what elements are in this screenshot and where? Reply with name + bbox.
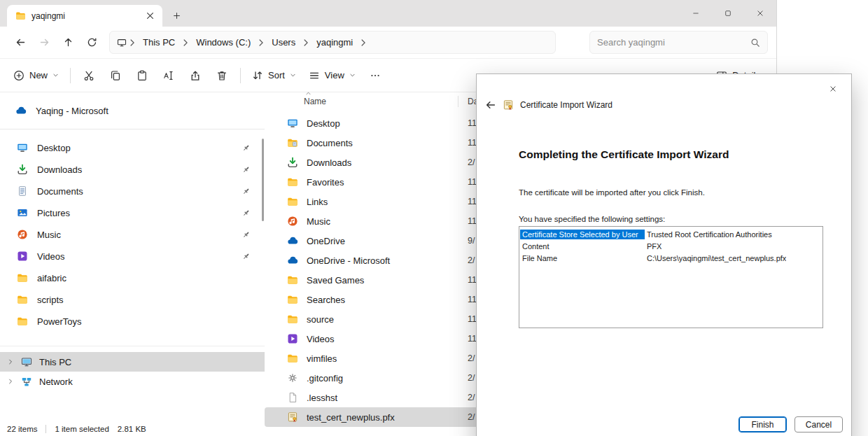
sidebar-scrollbar[interactable] [262,139,264,221]
paste-button[interactable] [129,63,155,88]
sidebar-item-this-pc[interactable]: This PC [0,352,265,372]
search-box[interactable] [589,31,768,54]
forward-button[interactable] [32,31,56,54]
folder-icon [287,196,298,207]
videos-icon [17,251,28,262]
maximize-button[interactable] [712,0,744,27]
folder-icon [287,353,298,364]
pin-icon [241,209,251,218]
sidebar-item-desktop[interactable]: Desktop [0,137,259,158]
this-pc-icon [117,38,127,48]
tab-close-icon[interactable] [143,9,157,23]
sidebar-item-scripts[interactable]: scripts [0,289,259,310]
back-button[interactable] [8,31,32,54]
settings-row[interactable]: ContentPFX [519,240,822,252]
wizard-heading: Completing the Certificate Import Wizard [519,148,729,161]
sidebar-item-label: Videos [37,251,65,262]
sidebar-item-powertoys[interactable]: PowerToys [0,311,259,332]
more-options-button[interactable] [362,63,388,88]
tab-title: yaqingmi [31,11,137,21]
new-button[interactable]: New [7,63,65,88]
chevron-right-icon [301,38,311,48]
chevron-down-icon [290,72,296,78]
refresh-button[interactable] [80,31,104,54]
rename-button[interactable] [155,63,182,88]
copy-button[interactable] [102,63,129,88]
window-controls [680,0,776,27]
settings-row[interactable]: File NameC:\Users\yaqingmi\test_cert_new… [519,252,822,264]
column-divider[interactable] [458,96,458,107]
file-name: Saved Games [307,275,468,286]
sidebar-item-label: Network [39,377,73,387]
search-input[interactable] [597,37,750,48]
settings-row[interactable]: Certificate Store Selected by UserTruste… [519,228,822,240]
dialog-title: Certificate Import Wizard [520,100,612,110]
dialog-close-button[interactable] [822,80,844,97]
sort-ascending-icon [305,90,312,97]
cut-button[interactable] [76,63,102,88]
minimize-button[interactable] [680,0,712,27]
breadcrumb-item-this-pc[interactable]: This PC [138,35,180,50]
address-bar[interactable]: This PCWindows (C:)Usersyaqingmi [109,31,556,54]
plus-circle-icon [13,70,24,81]
sort-icon [252,70,263,81]
sidebar: Yaqing - Microsoft DesktopDownloadsDocum… [0,92,265,423]
chevron-right-icon[interactable] [7,378,14,385]
sidebar-item-aifabric[interactable]: aifabric [0,267,259,288]
breadcrumb-item-windows-c[interactable]: Windows (C:) [191,35,255,50]
explorer-tab[interactable]: yaqingmi [7,5,162,27]
file-date: 2/ [468,353,475,363]
sidebar-item-pictures[interactable]: Pictures [0,202,259,223]
file-name: vimfiles [307,353,468,364]
sidebar-item-label: Desktop [37,143,71,153]
gear-icon [287,372,298,384]
desktop-icon [287,118,298,129]
file-date: 9/ [468,236,475,246]
pin-icon [241,143,251,153]
finish-button[interactable]: Finish [738,416,787,433]
close-button[interactable] [744,0,776,27]
file-icon [287,392,298,403]
file-name: Videos [307,334,468,344]
sidebar-item-music[interactable]: Music [0,224,259,245]
chevron-right-icon [358,38,368,48]
sort-button[interactable]: Sort [246,63,302,88]
folder-icon [287,294,298,305]
wizard-back-button[interactable] [485,99,496,111]
chevron-right-icon[interactable] [7,358,14,365]
sidebar-divider [0,346,265,346]
sidebar-item-videos[interactable]: Videos [0,246,259,267]
file-date: 2/ [468,157,475,167]
cancel-button[interactable]: Cancel [794,416,843,433]
sidebar-item-label: Downloads [37,164,82,175]
file-name: .gitconfig [307,373,468,384]
folder-icon [287,314,298,325]
delete-button[interactable] [209,63,235,88]
sidebar-item-network[interactable]: Network [0,372,265,391]
chevron-right-icon [127,38,137,48]
sidebar-item-label: Yaqing - Microsoft [36,106,108,116]
settings-table[interactable]: Certificate Store Selected by UserTruste… [519,226,823,328]
file-name: OneDrive [307,236,468,246]
tab-bar: yaqingmi [0,0,776,27]
share-button[interactable] [182,63,209,88]
status-divider [46,425,46,433]
file-date: 2/ [468,412,475,422]
sidebar-item-documents[interactable]: Documents [0,181,259,202]
file-name: .lesshst [307,393,468,403]
breadcrumb-item-yaqingmi[interactable]: yaqingmi [312,35,358,50]
file-name: Searches [307,295,468,305]
file-date: 2/ [468,373,475,383]
sidebar-item-downloads[interactable]: Downloads [0,159,259,180]
breadcrumb-item-users[interactable]: Users [267,35,300,50]
column-header-name[interactable]: Name [304,97,326,106]
new-tab-button[interactable] [167,6,186,25]
up-button[interactable] [56,31,80,54]
view-button[interactable]: View [302,63,362,88]
folder-icon [17,316,28,327]
document-icon [17,185,28,197]
search-icon [750,38,760,48]
setting-value: PFX [645,242,662,251]
file-date: 2/ [468,393,475,402]
sidebar-item-onedrive[interactable]: Yaqing - Microsoft [0,100,259,121]
